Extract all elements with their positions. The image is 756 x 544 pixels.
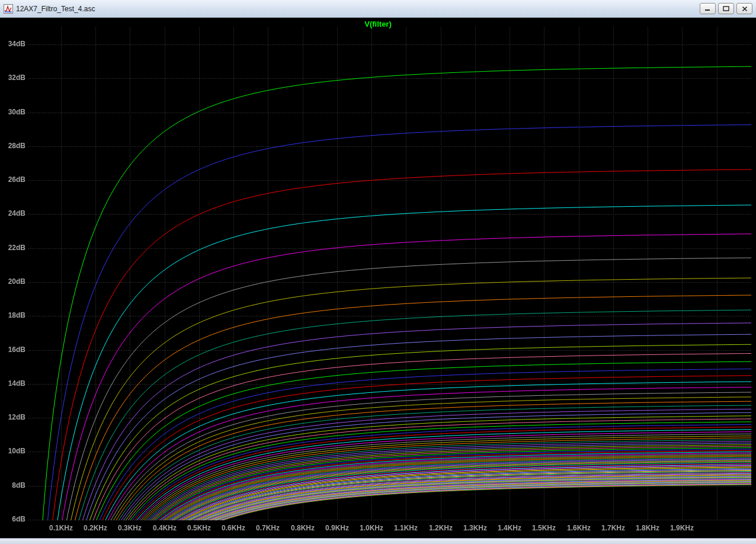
waveform-canvas[interactable] bbox=[0, 18, 756, 538]
plot-title[interactable]: V(filter) bbox=[0, 20, 756, 28]
title-bar[interactable]: 12AX7_Filtro_Test_4.asc bbox=[0, 0, 756, 18]
window-controls bbox=[697, 3, 752, 14]
minimize-icon bbox=[704, 6, 711, 11]
maximize-icon bbox=[723, 6, 729, 11]
waveform-pane[interactable]: V(filter) 34dB32dB30dB28dB26dB24dB22dB20… bbox=[0, 18, 756, 538]
app-icon[interactable] bbox=[4, 4, 13, 14]
close-icon bbox=[742, 6, 748, 12]
window-bottom-frame bbox=[0, 538, 756, 544]
window-title: 12AX7_Filtro_Test_4.asc bbox=[16, 5, 697, 13]
ltspice-window: 12AX7_Filtro_Test_4.asc V(filter) bbox=[0, 0, 756, 544]
minimize-button[interactable] bbox=[700, 3, 716, 14]
maximize-button[interactable] bbox=[718, 3, 734, 14]
close-button[interactable] bbox=[736, 3, 752, 14]
